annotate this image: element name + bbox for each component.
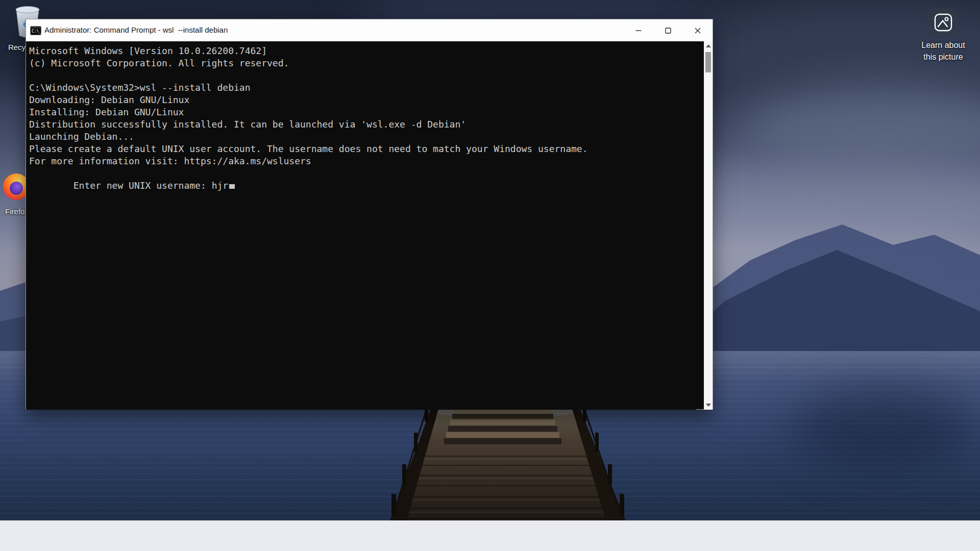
close-button[interactable] [683,19,713,41]
terminal-scrollbar[interactable] [704,41,713,410]
maximize-icon [665,28,671,34]
desktop: ♻ Recycle Bin Firefox Learn about this p… [0,0,980,551]
terminal-line: Launching Debian... [29,131,696,143]
firefox-glyph [10,182,23,195]
svg-text:C:\_: C:\_ [32,29,41,34]
terminal-line: Microsoft Windows [Version 10.0.26200.74… [29,45,696,57]
terminal-line: Distribution successfully installed. It … [29,118,696,131]
terminal-line [29,69,696,82]
scroll-down-icon[interactable] [706,404,711,407]
weather-widget[interactable] [0,521,97,551]
scrollbar-thumb[interactable] [705,52,711,72]
minimize-button[interactable] [624,19,653,41]
terminal-cursor [229,184,235,189]
terminal-line: Please create a default UNIX user accoun… [29,143,696,155]
learn-about-label-line1: Learn about [913,41,974,50]
cmd-icon: C:\_ [30,26,41,35]
wallpaper-pier [378,392,633,522]
minimize-icon [635,28,642,34]
learn-about-picture-icon[interactable] [928,8,959,37]
close-icon [695,28,701,34]
terminal-prompt-text: Enter new UNIX username: hjr [74,180,228,191]
window-titlebar[interactable]: C:\_ Administrator: Command Prompt - wsl… [26,19,713,41]
command-prompt-window: C:\_ Administrator: Command Prompt - wsl… [26,19,713,410]
terminal-output[interactable]: Microsoft Windows [Version 10.0.26200.74… [26,41,696,410]
terminal-line: Downloading: Debian GNU/Linux [29,94,696,106]
learn-about-label-line2: this picture [913,53,974,62]
water-reflection [791,388,975,469]
picture-icon [934,13,952,32]
maximize-button[interactable] [653,19,683,41]
terminal-line: Installing: Debian GNU/Linux [29,106,696,118]
terminal-line: (c) Microsoft Corporation. All rights re… [29,57,696,69]
terminal-prompt-line: Enter new UNIX username: hjr [29,167,696,180]
terminal-line: C:\Windows\System32>wsl --install debian [29,82,696,94]
taskbar: 1 11°C Cloudy Search [0,520,980,551]
window-title: Administrator: Command Prompt - wsl --in… [44,26,228,34]
scroll-up-icon[interactable] [706,44,711,47]
terminal-line: For more information visit: https://aka.… [29,155,696,167]
